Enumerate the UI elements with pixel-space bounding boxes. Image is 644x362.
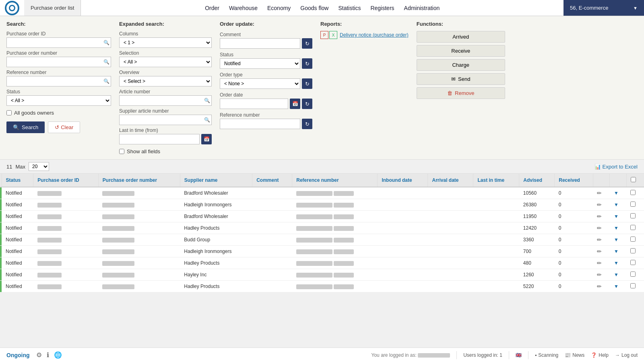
row-edit[interactable]: ✏	[593, 187, 610, 199]
chevron-down-icon[interactable]: ▼	[614, 284, 619, 289]
send-button[interactable]: ✉ Send	[417, 73, 505, 85]
edit-icon[interactable]: ✏	[597, 248, 602, 255]
row-checkbox[interactable]	[630, 237, 636, 242]
article-number-input[interactable]	[119, 95, 212, 106]
col-reference[interactable]: Reference number	[292, 174, 378, 187]
export-excel-button[interactable]: 📊 Export to Excel	[594, 164, 638, 170]
max-select[interactable]: 20 50 100	[29, 162, 49, 171]
report-link[interactable]: Delivery notice (purchase order)	[340, 32, 409, 38]
row-expand[interactable]: ▼	[610, 246, 626, 257]
store-selector[interactable]: 56, E-commerce ▼	[564, 0, 644, 16]
columns-select[interactable]: < 1 >	[119, 37, 212, 48]
nav-order[interactable]: Order	[205, 5, 219, 11]
nav-registers[interactable]: Registers	[370, 5, 394, 11]
col-po-id[interactable]: Purchase order ID	[33, 174, 99, 187]
row-expand[interactable]: ▼	[610, 199, 626, 211]
reference-refresh-button[interactable]: ↻	[302, 119, 312, 129]
receive-button[interactable]: Receive	[417, 45, 505, 57]
chevron-down-icon[interactable]: ▼	[614, 214, 619, 219]
col-po-number[interactable]: Purchase order number	[98, 174, 180, 187]
row-edit[interactable]: ✏	[593, 257, 610, 269]
nav-economy[interactable]: Economy	[267, 5, 291, 11]
row-checkbox[interactable]	[630, 260, 636, 265]
nav-warehouse[interactable]: Warehouse	[229, 5, 258, 11]
order-date-input[interactable]	[220, 99, 288, 109]
order-type-refresh-button[interactable]: ↻	[302, 78, 312, 89]
comment-input[interactable]	[220, 38, 300, 49]
row-expand[interactable]: ▼	[610, 257, 626, 269]
col-status[interactable]: Status	[2, 174, 33, 187]
all-goods-owners-checkbox[interactable]	[6, 110, 12, 115]
order-type-select[interactable]: < None >	[220, 78, 300, 89]
search-button[interactable]: 🔍 Search	[6, 121, 45, 133]
pdf-icon[interactable]: P	[320, 31, 328, 39]
arrived-button[interactable]: Arrived	[417, 31, 505, 43]
xls-icon[interactable]: X	[329, 31, 337, 39]
row-edit[interactable]: ✏	[593, 234, 610, 246]
purchase-order-number-input[interactable]	[6, 57, 111, 67]
col-comment[interactable]: Comment	[252, 174, 292, 187]
row-edit[interactable]: ✏	[593, 199, 610, 211]
app-logo[interactable]	[0, 0, 24, 16]
reference-number-input[interactable]	[6, 76, 111, 86]
nav-statistics[interactable]: Statistics	[338, 5, 361, 11]
active-tab[interactable]: Purchase order list	[24, 0, 81, 16]
row-checkbox[interactable]	[630, 213, 636, 218]
supplier-article-input[interactable]	[119, 115, 212, 125]
order-date-calendar-button[interactable]: 📅	[290, 99, 300, 109]
status-refresh-button[interactable]: ↻	[302, 58, 312, 69]
col-checkbox-all[interactable]	[626, 174, 644, 187]
show-all-fields-checkbox[interactable]	[119, 149, 124, 154]
row-expand[interactable]: ▼	[610, 281, 626, 292]
charge-button[interactable]: Charge	[417, 59, 505, 71]
row-expand[interactable]: ▼	[610, 187, 626, 199]
row-edit[interactable]: ✏	[593, 211, 610, 222]
row-checkbox[interactable]	[630, 202, 636, 207]
edit-icon[interactable]: ✏	[597, 283, 602, 290]
calendar-button[interactable]: 📅	[201, 134, 212, 144]
col-supplier[interactable]: Supplier name	[180, 174, 252, 187]
edit-icon[interactable]: ✏	[597, 190, 602, 196]
row-expand[interactable]: ▼	[610, 234, 626, 246]
remove-button[interactable]: 🗑 Remove	[417, 87, 505, 99]
row-expand[interactable]: ▼	[610, 211, 626, 222]
chevron-down-icon[interactable]: ▼	[614, 260, 619, 266]
col-received[interactable]: Received	[555, 174, 593, 187]
order-status-select[interactable]: Notified Arrived Received	[220, 58, 300, 69]
row-checkbox[interactable]	[630, 248, 636, 253]
update-reference-input[interactable]	[220, 119, 300, 129]
edit-icon[interactable]: ✏	[597, 237, 602, 243]
nav-administration[interactable]: Administration	[404, 5, 440, 11]
chevron-down-icon[interactable]: ▼	[614, 249, 619, 254]
row-edit[interactable]: ✏	[593, 281, 610, 292]
edit-icon[interactable]: ✏	[597, 202, 602, 208]
row-expand[interactable]: ▼	[610, 222, 626, 234]
row-edit[interactable]: ✏	[593, 222, 610, 234]
status-select[interactable]: < All > Notified Arrived Received	[6, 95, 111, 106]
chevron-down-icon[interactable]: ▼	[614, 202, 619, 208]
overview-select[interactable]: < Select >	[119, 76, 212, 86]
order-date-refresh-button[interactable]: ↻	[302, 99, 312, 109]
row-edit[interactable]: ✏	[593, 246, 610, 257]
row-edit[interactable]: ✏	[593, 269, 610, 281]
chevron-down-icon[interactable]: ▼	[614, 237, 619, 243]
chevron-down-icon[interactable]: ▼	[614, 225, 619, 231]
row-expand[interactable]: ▼	[610, 269, 626, 281]
row-checkbox[interactable]	[630, 283, 636, 288]
nav-goods-flow[interactable]: Goods flow	[300, 5, 328, 11]
last-in-time-input[interactable]	[119, 134, 200, 144]
edit-icon[interactable]: ✏	[597, 272, 602, 278]
col-arrival[interactable]: Arrival date	[428, 174, 473, 187]
edit-icon[interactable]: ✏	[597, 213, 602, 220]
chevron-down-icon[interactable]: ▼	[614, 272, 619, 278]
edit-icon[interactable]: ✏	[597, 225, 602, 231]
select-all-checkbox[interactable]	[631, 177, 636, 182]
selection-select[interactable]: < All >	[119, 57, 212, 67]
clear-button[interactable]: ↺ Clear	[48, 121, 80, 133]
row-checkbox[interactable]	[630, 272, 636, 277]
row-checkbox[interactable]	[630, 225, 636, 230]
chevron-down-icon[interactable]: ▼	[614, 190, 619, 196]
comment-refresh-button[interactable]: ↻	[302, 38, 312, 49]
edit-icon[interactable]: ✏	[597, 260, 602, 266]
col-last-in-time[interactable]: Last in time	[473, 174, 519, 187]
